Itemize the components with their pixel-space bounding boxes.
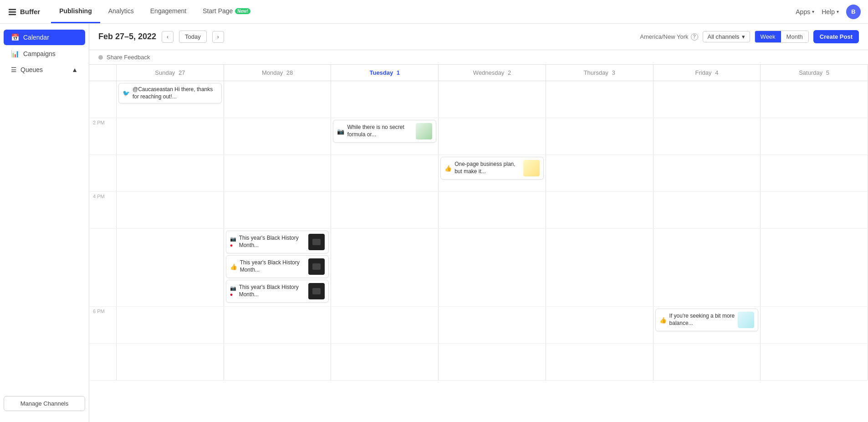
post-thumbnail-ig xyxy=(416,123,432,139)
cell-friday-1 xyxy=(654,118,761,154)
cell-tuesday-3 xyxy=(331,192,439,228)
cell-friday-5: 👍 If you're seeking a bit more balance..… xyxy=(654,307,761,343)
time-label-0 xyxy=(89,81,117,118)
instagram-icon-bh2: 📷 xyxy=(230,285,236,291)
calendar-grid: Sunday 27 Monday 28 Tuesday 1 Wednesday … xyxy=(89,65,868,422)
day-header-saturday: Saturday 5 xyxy=(761,65,868,81)
post-card-instagram-formula[interactable]: 📷 While there is no secret formula or... xyxy=(333,120,436,143)
day-header-tuesday: Tuesday 1 xyxy=(331,65,439,81)
create-post-button[interactable]: Create Post xyxy=(813,30,859,43)
next-week-button[interactable]: › xyxy=(212,31,224,43)
time-row-5: 6 PM 👍 If you're seeking a bit more bala… xyxy=(89,307,868,344)
time-label-empty-6 xyxy=(89,344,117,380)
cell-saturday-1 xyxy=(761,118,868,154)
post-card-fb-balance[interactable]: 👍 If you're seeking a bit more balance..… xyxy=(655,309,759,331)
nav-engagement[interactable]: Engagement xyxy=(142,0,194,23)
post-card-twitter[interactable]: 🐦 @Caucaseastan Hi there, thanks for rea… xyxy=(118,83,222,103)
cell-thursday-0 xyxy=(546,81,654,118)
post-text-bh-3: This year's Black History Month... xyxy=(239,284,306,298)
channel-filter-chevron-icon: ▾ xyxy=(742,33,745,40)
cell-wednesday-2: 👍 One-page business plan, but make it... xyxy=(439,155,546,191)
cell-friday-0 xyxy=(654,81,761,118)
post-card-bh-ig-1[interactable]: 📷 ● This year's Black History Month... xyxy=(226,231,329,253)
cell-monday-4: 📷 ● This year's Black History Month... 👍… xyxy=(224,229,332,306)
cell-tuesday-0 xyxy=(331,81,439,118)
time-row-0: 🐦 @Caucaseastan Hi there, thanks for rea… xyxy=(89,81,868,118)
manage-channels-button[interactable]: Manage Channels xyxy=(4,396,85,411)
cell-sunday-6 xyxy=(117,344,224,380)
time-row-1: 2 PM 📷 While there is no secret formula … xyxy=(89,118,868,155)
facebook-icon-bh: 👍 xyxy=(230,263,237,270)
help-button[interactable]: Help ▾ xyxy=(822,8,839,15)
post-thumbnail-bh-3 xyxy=(308,283,325,299)
ig-pinterest-icons-1: 📷 ● xyxy=(230,236,236,248)
svg-rect-2 xyxy=(9,14,16,15)
cell-saturday-6 xyxy=(761,344,868,380)
main-content: Feb 27–5, 2022 ‹ Today › America/New Yor… xyxy=(89,24,868,422)
post-text-fb-biz: One-page business plan, but make it... xyxy=(454,161,521,175)
channel-filter[interactable]: All channels ▾ xyxy=(703,31,750,42)
post-thumbnail-fb-biz xyxy=(523,160,540,176)
today-button[interactable]: Today xyxy=(179,31,207,43)
campaigns-icon: 📊 xyxy=(11,50,20,58)
post-thumbnail-bh-2 xyxy=(308,258,325,275)
calendar-header: Feb 27–5, 2022 ‹ Today › America/New Yor… xyxy=(89,24,868,50)
cell-monday-2 xyxy=(224,155,332,191)
cell-tuesday-2 xyxy=(331,155,439,191)
cell-monday-0 xyxy=(224,81,332,118)
time-label-empty-4 xyxy=(89,229,117,306)
cell-tuesday-4 xyxy=(331,229,439,306)
sidebar-item-campaigns[interactable]: 📊 Campaigns xyxy=(4,46,85,62)
cell-saturday-5 xyxy=(761,307,868,343)
cell-sunday-4 xyxy=(117,229,224,306)
apps-button[interactable]: Apps ▾ xyxy=(796,8,814,15)
cell-sunday-3 xyxy=(117,192,224,228)
cell-saturday-3 xyxy=(761,192,868,228)
cell-thursday-2 xyxy=(546,155,654,191)
cell-sunday-5 xyxy=(117,307,224,343)
week-view-button[interactable]: Week xyxy=(755,31,781,42)
calendar-icon: 📅 xyxy=(11,33,20,41)
cell-tuesday-1: 📷 While there is no secret formula or... xyxy=(331,118,439,154)
svg-rect-0 xyxy=(9,9,16,10)
post-text-ig-formula: While there is no secret formula or... xyxy=(347,124,413,138)
help-chevron-icon: ▾ xyxy=(837,9,839,14)
time-label-2pm: 2 PM xyxy=(89,118,117,154)
view-toggle: Week Month xyxy=(755,31,809,43)
post-text-balance: If you're seeking a bit more balance... xyxy=(669,313,735,327)
nav-startpage[interactable]: Start Page New! xyxy=(194,0,259,23)
sidebar-item-calendar[interactable]: 📅 Calendar xyxy=(4,30,85,45)
cell-sunday-1 xyxy=(117,118,224,154)
cell-wednesday-5 xyxy=(439,307,546,343)
prev-week-button[interactable]: ‹ xyxy=(162,31,174,43)
time-row-3: 4 PM xyxy=(89,192,868,229)
cell-friday-4 xyxy=(654,229,761,306)
calendar-title: Feb 27–5, 2022 xyxy=(98,32,156,41)
time-label-4pm: 4 PM xyxy=(89,192,117,228)
pinterest-icon-bh1: ● xyxy=(230,242,236,248)
post-card-bh-fb[interactable]: 👍 This year's Black History Month... xyxy=(226,255,329,278)
buffer-logo[interactable]: Buffer xyxy=(7,7,40,17)
cell-sunday-2 xyxy=(117,155,224,191)
timezone-info-icon[interactable]: ? xyxy=(691,33,698,41)
cell-saturday-2 xyxy=(761,155,868,191)
ig-pinterest-icons-2: 📷 ● xyxy=(230,285,236,297)
nav-publishing[interactable]: Publishing xyxy=(51,0,100,23)
day-headers: Sunday 27 Monday 28 Tuesday 1 Wednesday … xyxy=(89,65,868,81)
post-card-facebook-bizplan[interactable]: 👍 One-page business plan, but make it... xyxy=(440,157,544,180)
user-avatar[interactable]: B xyxy=(846,5,861,19)
cell-thursday-5 xyxy=(546,307,654,343)
sidebar-item-queues[interactable]: ☰ Queues ▲ xyxy=(4,62,85,77)
cell-thursday-3 xyxy=(546,192,654,228)
post-text-bh-1: This year's Black History Month... xyxy=(239,235,306,249)
cell-thursday-1 xyxy=(546,118,654,154)
post-card-bh-ig-2[interactable]: 📷 ● This year's Black History Month... xyxy=(226,280,329,303)
nav-analytics[interactable]: Analytics xyxy=(100,0,142,23)
nav-links: Publishing Analytics Engagement Start Pa… xyxy=(51,0,259,23)
feedback-label[interactable]: Share Feedback xyxy=(107,54,150,61)
cell-wednesday-0 xyxy=(439,81,546,118)
cell-thursday-4 xyxy=(546,229,654,306)
cell-saturday-4 xyxy=(761,229,868,306)
month-view-button[interactable]: Month xyxy=(781,31,808,42)
cell-wednesday-3 xyxy=(439,192,546,228)
